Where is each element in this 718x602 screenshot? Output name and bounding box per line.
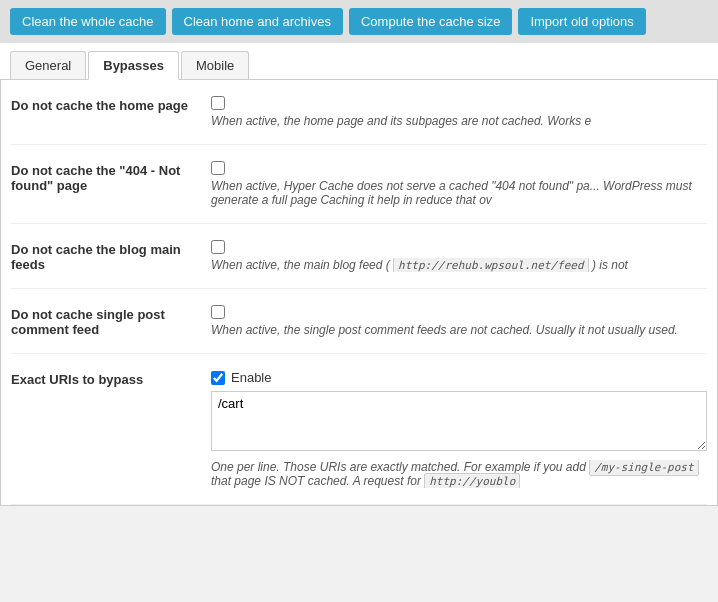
setting-no-cache-feeds: Do not cache the blog main feeds When ac… bbox=[11, 224, 707, 289]
setting-no-cache-comments: Do not cache single post comment feed Wh… bbox=[11, 289, 707, 354]
setting-exact-uris: Exact URIs to bypass Enable /cart One pe… bbox=[11, 354, 707, 505]
toolbar: Clean the whole cache Clean home and arc… bbox=[0, 0, 718, 43]
compute-cache-size-button[interactable]: Compute the cache size bbox=[349, 8, 512, 35]
desc-no-cache-comments: When active, the single post comment fee… bbox=[211, 323, 707, 337]
tab-bypasses[interactable]: Bypasses bbox=[88, 51, 179, 80]
desc-no-cache-404: When active, Hyper Cache does not serve … bbox=[211, 179, 707, 207]
tab-mobile[interactable]: Mobile bbox=[181, 51, 249, 79]
enable-label: Enable bbox=[231, 370, 271, 385]
import-old-options-button[interactable]: Import old options bbox=[518, 8, 645, 35]
setting-label-feeds: Do not cache the blog main feeds bbox=[11, 240, 211, 272]
checkbox-no-cache-404[interactable] bbox=[211, 161, 225, 175]
checkbox-no-cache-comments[interactable] bbox=[211, 305, 225, 319]
setting-label-home: Do not cache the home page bbox=[11, 96, 211, 113]
setting-label-404: Do not cache the "404 - Not found" page bbox=[11, 161, 211, 193]
setting-no-cache-home: Do not cache the home page When active, … bbox=[11, 80, 707, 145]
setting-label-comments: Do not cache single post comment feed bbox=[11, 305, 211, 337]
desc-no-cache-feeds: When active, the main blog feed ( http:/… bbox=[211, 258, 707, 272]
tabs: General Bypasses Mobile bbox=[0, 43, 718, 80]
checkbox-no-cache-home[interactable] bbox=[211, 96, 225, 110]
checkbox-no-cache-feeds[interactable] bbox=[211, 240, 225, 254]
desc-no-cache-home: When active, the home page and its subpa… bbox=[211, 114, 707, 128]
settings-content: Do not cache the home page When active, … bbox=[0, 80, 718, 506]
checkbox-exact-uris[interactable] bbox=[211, 371, 225, 385]
clean-home-archives-button[interactable]: Clean home and archives bbox=[172, 8, 343, 35]
setting-no-cache-404: Do not cache the "404 - Not found" page … bbox=[11, 145, 707, 224]
setting-label-uris: Exact URIs to bypass bbox=[11, 370, 211, 387]
desc-exact-uris: One per line. Those URIs are exactly mat… bbox=[211, 460, 707, 488]
clean-whole-cache-button[interactable]: Clean the whole cache bbox=[10, 8, 166, 35]
tab-general[interactable]: General bbox=[10, 51, 86, 79]
exact-uris-textarea[interactable]: /cart bbox=[211, 391, 707, 451]
